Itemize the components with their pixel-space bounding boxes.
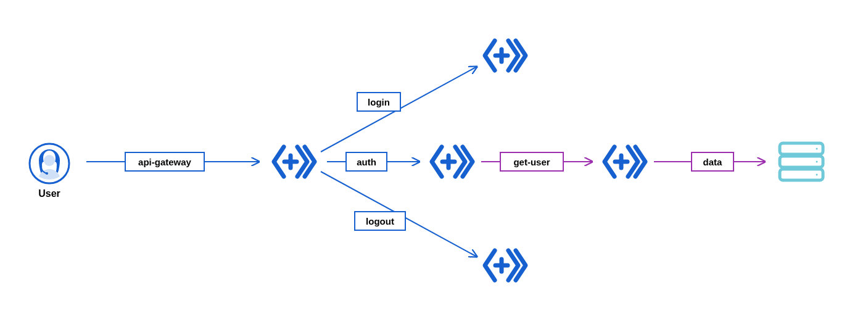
edge-label-api-gateway: api-gateway (125, 152, 205, 172)
svg-point-2 (46, 172, 48, 175)
route-icon-auth (428, 143, 476, 183)
svg-point-6 (816, 148, 818, 150)
user-caption: User (31, 188, 68, 199)
route-icon-login (481, 37, 529, 77)
edge-label-data: data (691, 152, 734, 172)
svg-point-1 (44, 155, 55, 166)
svg-point-7 (816, 161, 818, 163)
edge-label-login: login (357, 92, 401, 112)
route-icon-logout (481, 247, 529, 286)
route-icon-getuser (601, 143, 649, 183)
svg-point-8 (816, 174, 818, 176)
edge-label-logout: logout (354, 211, 406, 231)
database-icon (776, 139, 827, 186)
architecture-diagram: User (0, 0, 868, 324)
route-icon-gateway (270, 143, 318, 183)
edge-label-auth: auth (345, 152, 387, 172)
edge-label-get-user: get-user (500, 152, 564, 172)
user-icon (28, 142, 71, 185)
